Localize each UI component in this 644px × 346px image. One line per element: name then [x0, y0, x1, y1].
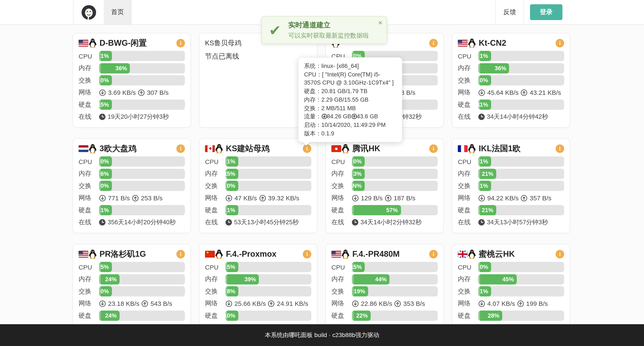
tooltip-system-row: 系统：linux- [x86_64] — [304, 62, 396, 70]
download-arrow-icon — [99, 89, 106, 96]
disk-value: 10% — [224, 312, 235, 319]
flag-us-icon — [78, 251, 88, 258]
info-icon[interactable]: i — [556, 250, 564, 258]
info-icon[interactable]: i — [176, 39, 185, 48]
network-down-value: 47 KB/s — [234, 194, 257, 202]
tab-home[interactable]: 首页 — [104, 0, 132, 24]
uptime-value: 34天14小时4分钟42秒 — [487, 113, 548, 121]
memory-row: 内存 45% — [458, 274, 564, 284]
online-label: 在线 — [78, 218, 99, 226]
disk-row: 硬盘 22% — [332, 310, 438, 321]
network-row: 网络 45.64 KB/s 43.21 KB/s — [458, 87, 564, 98]
cpu-row: CPU 5% — [205, 262, 311, 272]
upload-arrow-icon — [132, 194, 139, 202]
swap-label: 交换 — [458, 287, 478, 296]
info-icon[interactable]: i — [429, 250, 438, 258]
card-stats: CPU 1% 内存 21% 交换 1% — [458, 156, 564, 228]
swap-label: 交换 — [332, 287, 352, 296]
network-down-value: 771 B/s — [108, 194, 130, 202]
nav-feedback[interactable]: 反馈 — [496, 0, 524, 24]
info-icon[interactable]: i — [303, 250, 311, 258]
card-title-row: IKL法国1欧 i — [458, 143, 564, 154]
memory-row: 内存 6% — [78, 168, 185, 179]
disk-row: 硬盘 1% — [205, 205, 311, 215]
server-card: KS建站母鸡 i KS建站母鸡 CPU 1% 内存 15% — [199, 138, 317, 233]
info-icon[interactable]: i — [556, 39, 564, 48]
toast-success: ✔ 实时通道建立 可以实时获取最新监控数据啦 ✕ — [261, 16, 387, 44]
card-stats: CPU 1% 内存 36% 交换 0% — [78, 51, 185, 122]
swap-label: 交换 — [458, 76, 478, 84]
server-name: D-BWG-闲置 — [100, 38, 176, 49]
info-icon[interactable]: i — [429, 144, 438, 153]
disk-bar: 21% — [478, 205, 564, 215]
swap-bar: 0% — [478, 75, 564, 86]
disk-value: 1% — [227, 207, 235, 213]
memory-value: 44% — [375, 276, 387, 282]
cpu-bar: 15% — [352, 262, 438, 272]
swap-bar: 0% — [226, 181, 311, 191]
check-icon: ✔ — [262, 23, 288, 38]
online-row: 在线 53天13小时45分钟25秒 — [205, 217, 311, 228]
card-title-row: F.4.-PR480M i — [332, 248, 438, 260]
server-name: KS建站母鸡 — [226, 143, 303, 154]
footer-panel-link[interactable]: 哪吒面板 build · c23b88b — [289, 331, 355, 339]
server-name: 3欧大盘鸡 — [100, 143, 176, 154]
clock-icon — [478, 114, 485, 120]
upload-arrow-icon — [138, 89, 145, 96]
close-icon[interactable]: ✕ — [378, 20, 383, 26]
swap-value: 0% — [100, 182, 109, 189]
linux-tux-icon — [468, 38, 476, 48]
info-icon[interactable]: i — [429, 39, 438, 48]
info-icon[interactable]: i — [176, 144, 185, 153]
tooltip-cpu-row: CPU：[ "Intel(R) Core(TM) i5-3570S CPU @ … — [304, 70, 396, 87]
network-up-value: 253 B/s — [141, 194, 163, 202]
memory-row: 内存 39% — [205, 274, 311, 284]
upload-arrow-icon — [385, 194, 392, 202]
flag-us-icon — [78, 40, 88, 46]
memory-value: 36% — [495, 65, 506, 71]
info-icon[interactable]: i — [176, 250, 185, 258]
disk-bar: 1% — [99, 205, 185, 215]
swap-label: 交换 — [205, 182, 226, 190]
linux-tux-icon — [88, 38, 97, 48]
network-label: 网络 — [332, 194, 352, 202]
site-logo[interactable] — [73, 0, 104, 24]
disk-value: 11% — [477, 102, 488, 108]
memory-row: 内存 15% — [205, 168, 311, 179]
uptime-value: 356天14小时20分钟40秒 — [108, 218, 176, 226]
linux-tux-icon — [341, 144, 350, 153]
memory-value: 3% — [354, 170, 362, 177]
cpu-bar: 1% — [478, 156, 564, 166]
download-arrow-icon — [478, 89, 485, 96]
disk-value: 57% — [386, 207, 398, 213]
swap-value: 1% — [480, 288, 488, 294]
swap-value: 1% — [480, 182, 488, 189]
disk-label: 硬盘 — [78, 100, 99, 109]
server-name: F.4.-PR480M — [352, 250, 429, 259]
network-label: 网络 — [78, 300, 99, 308]
memory-bar: 39% — [226, 274, 311, 284]
swap-bar: 0% — [99, 286, 185, 296]
info-icon[interactable]: i — [556, 144, 564, 153]
memory-value: 45% — [502, 276, 514, 282]
flag-nl-icon — [78, 145, 88, 152]
cpu-value: 1% — [100, 53, 109, 59]
disk-label: 硬盘 — [458, 312, 478, 320]
network-row: 网络 25.66 KB/s 24.91 KB/s — [205, 298, 311, 308]
memory-label: 内存 — [458, 275, 478, 283]
login-button[interactable]: 登录 — [530, 4, 562, 20]
disk-label: 硬盘 — [205, 312, 226, 320]
download-arrow-icon — [321, 114, 327, 119]
disk-bar: 57% — [352, 205, 438, 215]
memory-bar: 6% — [99, 168, 185, 179]
disk-row: 硬盘 21% — [458, 205, 564, 215]
cpu-label: CPU — [332, 158, 352, 165]
server-name: 蜜桃云HK — [479, 248, 556, 260]
disk-row: 硬盘 24% — [78, 310, 185, 321]
cpu-value: 5% — [227, 264, 235, 270]
network-label: 网络 — [205, 194, 226, 202]
disk-value: 24% — [105, 312, 116, 319]
cpu-row: CPU 1% — [458, 51, 564, 61]
cpu-label: CPU — [78, 158, 99, 165]
swap-row: 交换 NaN% — [332, 181, 438, 191]
